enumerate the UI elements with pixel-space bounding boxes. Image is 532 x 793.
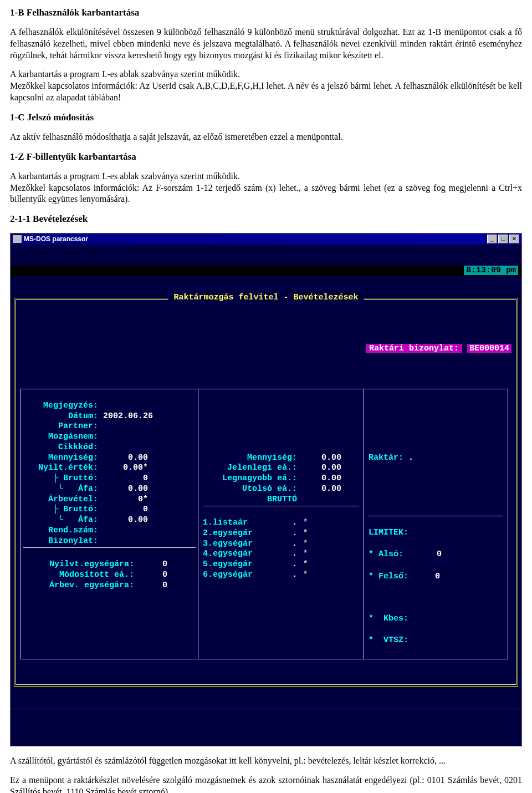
bizonylat-label: Raktári bizonylat: xyxy=(366,344,462,353)
m-legnagyobb-label: Legnagyobb eá.: xyxy=(203,474,297,484)
megjegyzes-label: Megjegyzés: xyxy=(23,401,98,411)
e2-value: . xyxy=(269,528,297,539)
right-panel: Raktár: . LIMITEK: * Alsó: 0 * Felső: 0 … xyxy=(364,389,508,659)
titlebar: MS-DOS parancssor _ □ × xyxy=(11,233,521,245)
vtsz-label: * VTSZ: xyxy=(369,636,408,645)
brutto1-label: ├ Bruttó: xyxy=(23,474,98,484)
left-panel: Megjegyzés: Dátum: 2002.06.26 Partner: M… xyxy=(21,389,198,659)
e2-star: * xyxy=(297,528,314,539)
brutto2-label: ├ Bruttó: xyxy=(23,505,98,515)
m-jelenlegi-value: 0.00 xyxy=(297,463,341,474)
m-brutto-label: BRUTTÓ xyxy=(203,495,297,505)
m-mennyiseg-label: Mennyiség: xyxy=(203,453,297,464)
arbev-ea-label: Árbev. egységára: xyxy=(23,581,134,591)
brutto2-value[interactable]: 0 xyxy=(98,505,148,515)
listaar-value: . xyxy=(269,518,297,528)
app-icon xyxy=(13,235,22,243)
e2-label: 2.egységár xyxy=(203,528,269,539)
e4-label: 4.egységár xyxy=(203,549,269,560)
m-mennyiseg-value: 0.00 xyxy=(297,453,341,464)
afa1-value[interactable]: 0.00 xyxy=(98,484,148,495)
nyilt-value[interactable]: 0.00* xyxy=(98,463,148,474)
mozgasnem-label: Mozgásnem: xyxy=(23,432,98,443)
datum-value[interactable]: 2002.06.26 xyxy=(103,411,153,421)
clock-value: 8:13:09 pm xyxy=(464,266,518,275)
e3-value: . xyxy=(269,539,297,550)
arbevetel-label: Árbevétel: xyxy=(23,495,98,505)
e6-label: 6.egységár xyxy=(203,570,269,581)
mennyiseg-value[interactable]: 0.00 xyxy=(98,453,148,464)
frame-title: Raktármozgás felvitel - Bevételezések xyxy=(168,293,364,303)
felso-label: * Felső: xyxy=(369,572,408,581)
m-utolso-label: Utolsó eá.: xyxy=(203,484,297,495)
clock-bar: 8:13:09 pm xyxy=(11,266,521,276)
section-1c-p1: Az aktív felhasználó módosíthatja a sajá… xyxy=(10,131,522,143)
kbes-label: * Kbes: xyxy=(369,614,408,623)
bizonylat-label2: Bizonylat: xyxy=(23,536,98,547)
e5-value: . xyxy=(269,560,297,570)
mid-panel: Mennyiség:0.00 Jelenlegi eá.:0.00 Legnag… xyxy=(198,389,364,659)
section-211-title: 2-1-1 Bevételezések xyxy=(10,213,522,225)
e6-value: . xyxy=(269,570,297,581)
listaar-star: * xyxy=(297,518,314,528)
section-1z-title: 1-Z F-billentyűk karbantartása xyxy=(10,151,522,163)
m-jelenlegi-label: Jelenlegi eá.: xyxy=(203,463,297,474)
mod-ea-label: Módosított eá.: xyxy=(23,570,134,581)
minimize-button[interactable]: _ xyxy=(487,235,497,243)
e3-label: 3.egységár xyxy=(203,539,269,550)
afa1-label: └ Áfa: xyxy=(23,484,98,495)
datum-label: Dátum: xyxy=(23,411,98,422)
e4-star: * xyxy=(297,549,314,560)
bizonylat-value: BE000014 xyxy=(467,344,511,353)
section-1c-title: 1-C Jelszó módosítás xyxy=(10,111,522,124)
arbev-ea-value[interactable]: 0 xyxy=(134,581,167,591)
dos-window: MS-DOS parancssor _ □ × 8:13:09 pm Raktá… xyxy=(10,233,522,746)
section-1b-p1: A felhasználók elkülönítésével összesen … xyxy=(10,27,522,61)
brutto1-value[interactable]: 0 xyxy=(98,474,148,484)
after-p2: Ez a menüpont a raktárkészlet növelésére… xyxy=(10,775,522,793)
e5-label: 5.egységár xyxy=(203,560,269,570)
statusbar xyxy=(11,709,521,725)
rendszam-label: Rend.szám: xyxy=(23,526,98,536)
m-utolso-value: 0.00 xyxy=(297,484,341,495)
afa2-label: └ Áfa: xyxy=(23,515,98,526)
section-1b-p3: Mezőkkel kapcsolatos információk: Az Use… xyxy=(10,80,522,104)
limitek-label: LIMITEK: xyxy=(369,528,408,537)
raktar-value[interactable]: . xyxy=(408,453,413,462)
section-1z-p1: A karbantartás a program I.-es ablak sza… xyxy=(10,171,522,182)
titlebar-text: MS-DOS parancssor xyxy=(24,235,486,244)
arbevetel-value[interactable]: 0* xyxy=(98,495,148,505)
section-1b-title: 1-B Felhasználók karbantartása xyxy=(10,7,522,19)
also-value: 0 xyxy=(408,550,442,560)
raktar-label: Raktár: xyxy=(369,453,403,462)
e5-star: * xyxy=(297,560,314,570)
felso-value: 0 xyxy=(413,572,440,582)
section-1z-p2: Mezőkkel kapcsolatos információk: Az F-s… xyxy=(10,182,522,206)
main-frame: Raktármozgás felvitel - Bevételezések Ra… xyxy=(14,298,518,687)
nyilv-ea-value[interactable]: 0 xyxy=(134,560,167,570)
partner-label: Partner: xyxy=(23,421,98,432)
e6-star: * xyxy=(297,570,314,581)
mennyiseg-label: Mennyiség: xyxy=(23,453,98,464)
nyilt-label: Nyilt.érték: xyxy=(23,463,98,474)
mod-ea-value[interactable]: 0 xyxy=(134,570,167,581)
cikkkod-label: Cikkkód: xyxy=(23,443,98,453)
bizonylat-row: Raktári bizonylat: BE000014 xyxy=(21,333,511,364)
after-p1: A szállítótól, gyártástól és számlázótól… xyxy=(10,755,522,767)
afa2-value[interactable]: 0.00 xyxy=(98,515,148,526)
section-1b-p2: A karbantartás a program I.-es ablak sza… xyxy=(10,69,522,80)
maximize-button[interactable]: □ xyxy=(498,235,508,243)
listaar-label: 1.listaár xyxy=(203,518,269,528)
e3-star: * xyxy=(297,539,314,550)
nyilv-ea-label: Nyilvt.egységára: xyxy=(23,560,134,570)
m-legnagyobb-value: 0.00 xyxy=(297,474,341,484)
e4-value: . xyxy=(269,549,297,560)
console: 8:13:09 pm Raktármozgás felvitel - Bevét… xyxy=(11,245,521,746)
close-button[interactable]: × xyxy=(509,235,519,243)
also-label: * Alsó: xyxy=(369,550,403,559)
